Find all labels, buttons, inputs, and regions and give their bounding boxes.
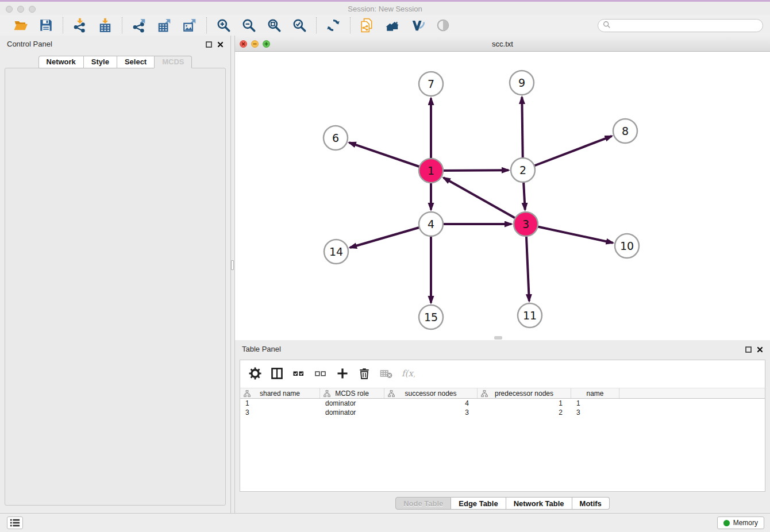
memory-status-icon bbox=[723, 520, 730, 526]
tab-node-table[interactable]: Node Table bbox=[395, 497, 451, 510]
clone-network-icon[interactable] bbox=[359, 17, 375, 33]
tab-motifs[interactable]: Motifs bbox=[572, 497, 610, 510]
save-icon[interactable] bbox=[38, 17, 54, 33]
toolbar-separator bbox=[316, 17, 317, 33]
divider-grip-handle[interactable] bbox=[231, 260, 234, 270]
fx-icon: f(x) bbox=[401, 367, 415, 380]
panel-divider[interactable] bbox=[230, 36, 235, 513]
svg-text:14: 14 bbox=[329, 245, 343, 258]
refresh-icon[interactable] bbox=[325, 17, 341, 33]
table-cell[interactable]: dominator bbox=[320, 408, 384, 417]
network-graph[interactable]: 1234678910111415 bbox=[235, 52, 770, 340]
graph-node-11[interactable]: 11 bbox=[518, 303, 542, 327]
graph-edge-3-1[interactable] bbox=[444, 178, 526, 224]
table-row[interactable]: 3dominator323 bbox=[240, 408, 765, 417]
table-row[interactable]: 1dominator411 bbox=[240, 399, 765, 408]
graph-node-3[interactable]: 3 bbox=[514, 212, 538, 236]
table-cell[interactable]: 4 bbox=[384, 399, 478, 407]
canvas-resize-handle[interactable] bbox=[494, 336, 502, 340]
table-cell[interactable]: dominator bbox=[320, 399, 384, 407]
trash-icon[interactable] bbox=[357, 367, 371, 380]
column-header-successor-nodes[interactable]: successor nodes bbox=[384, 388, 478, 398]
toolbar-separator bbox=[206, 17, 207, 33]
tab-edge-table[interactable]: Edge Table bbox=[451, 497, 506, 510]
table-cell[interactable]: 3 bbox=[384, 408, 478, 417]
svg-text:4: 4 bbox=[428, 218, 434, 230]
search-input[interactable] bbox=[614, 22, 763, 30]
column-label: predecessor nodes bbox=[495, 390, 553, 398]
deselect-all-icon[interactable] bbox=[314, 367, 328, 380]
close-panel-icon[interactable] bbox=[217, 40, 224, 50]
column-label: MCDS role bbox=[335, 390, 369, 398]
table-cell[interactable]: 3 bbox=[571, 408, 619, 417]
graph-node-15[interactable]: 15 bbox=[419, 305, 443, 329]
import-network-icon[interactable] bbox=[72, 17, 88, 33]
search-icon bbox=[603, 21, 611, 31]
columns-icon[interactable] bbox=[270, 367, 284, 380]
export-image-icon[interactable] bbox=[182, 17, 198, 33]
network-minimize-icon[interactable] bbox=[251, 40, 259, 48]
graph-node-14[interactable]: 14 bbox=[324, 240, 348, 264]
export-table-icon[interactable] bbox=[156, 17, 172, 33]
svg-text:6: 6 bbox=[332, 132, 339, 144]
svg-text:8: 8 bbox=[622, 125, 629, 137]
graph-node-7[interactable]: 7 bbox=[419, 72, 443, 96]
mcds-panel bbox=[5, 68, 226, 506]
zoom-in-icon[interactable] bbox=[215, 17, 232, 33]
import-table-icon[interactable] bbox=[97, 17, 113, 33]
network-window-titlebar[interactable]: scc.txt bbox=[235, 36, 770, 52]
open-folder-icon[interactable] bbox=[13, 17, 29, 33]
network-canvas[interactable]: 1234678910111415 bbox=[235, 52, 770, 340]
search-box[interactable] bbox=[598, 19, 763, 32]
column-header-predecessor-nodes[interactable]: predecessor nodes bbox=[478, 388, 571, 398]
graph-node-8[interactable]: 8 bbox=[613, 119, 637, 143]
svg-text:11: 11 bbox=[523, 309, 537, 322]
zoom-fit-icon[interactable] bbox=[266, 17, 282, 33]
column-label: shared name bbox=[260, 390, 300, 398]
tab-mcds[interactable]: MCDS bbox=[154, 56, 192, 68]
tab-network[interactable]: Network bbox=[38, 56, 83, 68]
table-cell[interactable]: 3 bbox=[240, 408, 320, 417]
table-cell[interactable]: 1 bbox=[571, 399, 619, 407]
graph-node-1[interactable]: 1 bbox=[419, 159, 443, 183]
visual-style-icon[interactable] bbox=[410, 17, 426, 33]
graph-edge-2-8[interactable] bbox=[523, 136, 612, 170]
float-panel-icon[interactable] bbox=[206, 40, 212, 50]
graph-edge-1-6[interactable] bbox=[349, 142, 431, 171]
node-table: f(x) shared nameMCDS rolesuccessor nodes… bbox=[240, 360, 765, 492]
tab-style[interactable]: Style bbox=[83, 56, 117, 68]
houses-icon[interactable] bbox=[384, 17, 401, 33]
graph-node-4[interactable]: 4 bbox=[419, 212, 443, 236]
attribute-table: shared nameMCDS rolesuccessor nodesprede… bbox=[240, 388, 765, 417]
graph-edge-3-10[interactable] bbox=[526, 224, 613, 243]
table-cell[interactable]: 2 bbox=[478, 408, 571, 417]
memory-button[interactable]: Memory bbox=[717, 516, 764, 529]
network-close-icon[interactable] bbox=[240, 40, 247, 48]
add-icon[interactable] bbox=[336, 367, 349, 380]
tab-select[interactable]: Select bbox=[117, 56, 154, 68]
graph-node-2[interactable]: 2 bbox=[511, 158, 535, 182]
graph-node-10[interactable]: 10 bbox=[615, 234, 639, 258]
gear-icon[interactable] bbox=[248, 367, 262, 380]
table-cell[interactable]: 1 bbox=[478, 399, 571, 407]
table-cell[interactable]: 1 bbox=[240, 399, 320, 407]
svg-text:9: 9 bbox=[518, 76, 525, 89]
task-history-button[interactable] bbox=[7, 516, 23, 529]
select-all-icon[interactable] bbox=[292, 367, 306, 380]
svg-text:3: 3 bbox=[522, 218, 529, 230]
export-network-icon[interactable] bbox=[131, 17, 147, 33]
tab-network-table[interactable]: Network Table bbox=[506, 497, 572, 510]
column-header-shared-name[interactable]: shared name bbox=[240, 388, 320, 398]
graph-node-9[interactable]: 9 bbox=[510, 71, 534, 95]
zoom-out-icon[interactable] bbox=[241, 17, 257, 33]
network-maximize-icon[interactable] bbox=[263, 40, 270, 48]
zoom-selected-icon[interactable] bbox=[291, 17, 307, 33]
close-table-panel-icon[interactable] bbox=[757, 345, 763, 355]
column-header-mcds-role[interactable]: MCDS role bbox=[320, 388, 384, 398]
network-window-title: scc.txt bbox=[235, 36, 770, 48]
table-toolbar: f(x) bbox=[240, 360, 765, 387]
float-table-panel-icon[interactable] bbox=[745, 345, 752, 355]
column-header-name[interactable]: name bbox=[571, 388, 619, 398]
graph-node-6[interactable]: 6 bbox=[324, 126, 348, 150]
eye-icon bbox=[435, 17, 451, 33]
